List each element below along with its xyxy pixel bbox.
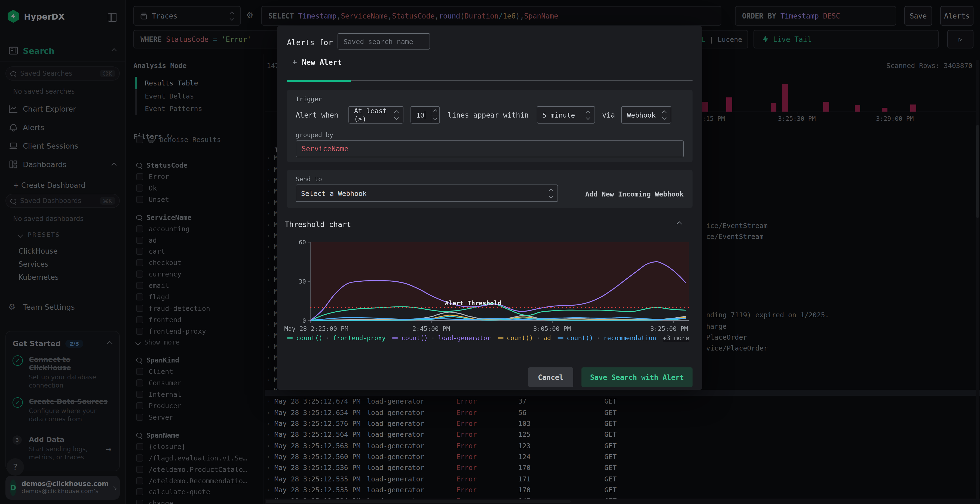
legend-separator: ·: [536, 334, 540, 342]
threshold-number-input[interactable]: 10: [411, 106, 440, 124]
channel-value: Webhook: [627, 111, 655, 119]
input-placeholder: Saved search name: [344, 37, 413, 45]
spinner-down-icon[interactable]: [431, 115, 440, 123]
legend-more-button[interactable]: +3 more: [663, 334, 689, 342]
threshold-label: Alert Threshold: [445, 300, 501, 307]
select-chevrons-icon: [586, 111, 590, 119]
tab-new-alert[interactable]: + New Alert: [293, 58, 342, 67]
collapse-chart-icon[interactable]: [676, 221, 682, 227]
webhook-select[interactable]: Select a Webhook: [296, 184, 558, 202]
y-tick-label: 30: [299, 278, 306, 285]
y-tick-label: 60: [299, 239, 306, 246]
spinner-up-icon[interactable]: [431, 107, 440, 115]
legend-dash-icon: [287, 337, 293, 339]
via-label: via: [602, 111, 615, 119]
legend-separator: ·: [431, 334, 435, 342]
lines-appear-label: lines appear within: [448, 111, 529, 119]
cancel-button[interactable]: Cancel: [528, 367, 573, 387]
legend-series-fn[interactable]: count(): [401, 334, 428, 342]
grouped-by-value: ServiceName: [302, 145, 348, 153]
x-tick-label: 2:45:00 PM: [412, 325, 450, 332]
legend-dash-icon: [557, 337, 563, 339]
active-tab-indicator: [287, 80, 351, 81]
grouped-by-label: grouped by: [296, 131, 334, 139]
legend-series-name[interactable]: load-generator: [438, 334, 491, 342]
x-tick-label: May 28 2:25:00 PM: [284, 325, 348, 332]
tab-label: New Alert: [302, 58, 342, 67]
legend-dash-icon: [497, 337, 503, 339]
threshold-chart: 60300May 28 2:25:00 PM2:45:00 PM3:05:00 …: [277, 237, 702, 334]
select-chevrons-icon: [549, 189, 553, 197]
send-to-card: Send to Select a Webhook Add New Incomin…: [287, 170, 692, 208]
legend-series-name[interactable]: recommendation: [603, 334, 656, 342]
chart-legend: count()·frontend-proxycount()·load-gener…: [287, 334, 692, 342]
y-tick-label: 0: [302, 317, 306, 324]
send-to-label: Send to: [296, 175, 322, 183]
time-window-value: 5 minute: [542, 111, 575, 119]
webhook-select-value: Select a Webhook: [301, 189, 367, 197]
legend-separator: ·: [597, 334, 600, 342]
legend-series-name[interactable]: frontend-proxy: [333, 334, 386, 342]
alert-modal: Alerts for Saved search name + New Alert…: [277, 26, 702, 390]
legend-series-fn[interactable]: count(): [567, 334, 593, 342]
trigger-card: Trigger Alert when At least (≥) 10 lines…: [287, 90, 692, 162]
legend-series-name[interactable]: ad: [543, 334, 551, 342]
legend-dash-icon: [392, 337, 398, 339]
threshold-chart-title: Threshold chart: [285, 220, 351, 229]
x-tick-label: 3:05:00 PM: [533, 325, 571, 332]
x-tick-label: 3:25:00 PM: [650, 325, 688, 332]
channel-select[interactable]: Webhook: [622, 106, 671, 124]
grouped-by-input[interactable]: ServiceName: [296, 140, 684, 157]
trigger-row: Alert when At least (≥) 10 lines appear …: [296, 106, 684, 124]
legend-separator: ·: [326, 334, 330, 342]
threshold-value: 10: [416, 111, 425, 119]
select-chevrons-icon: [663, 111, 666, 119]
number-spinner[interactable]: [431, 107, 440, 123]
text-caret: [425, 111, 425, 119]
trigger-label: Trigger: [296, 95, 322, 103]
app-root: HyperDX Search Saved Searches ⌘K No save…: [0, 0, 980, 504]
alert-when-label: Alert when: [296, 111, 338, 119]
comparator-select[interactable]: At least (≥): [349, 106, 404, 124]
comparator-value: At least (≥): [354, 107, 395, 123]
tab-underline: [287, 80, 692, 81]
select-chevrons-icon: [395, 111, 398, 119]
add-webhook-button[interactable]: Add New Incoming Webhook: [585, 190, 684, 198]
plus-icon: +: [293, 58, 297, 67]
save-search-with-alert-button[interactable]: Save Search with Alert: [581, 367, 692, 387]
legend-series-fn[interactable]: count(): [507, 334, 533, 342]
modal-title: Alerts for: [287, 38, 333, 47]
legend-series-fn[interactable]: count(): [296, 334, 323, 342]
saved-search-name-input[interactable]: Saved search name: [337, 33, 430, 49]
time-window-select[interactable]: 5 minute: [537, 106, 595, 124]
series-line: [310, 312, 686, 321]
